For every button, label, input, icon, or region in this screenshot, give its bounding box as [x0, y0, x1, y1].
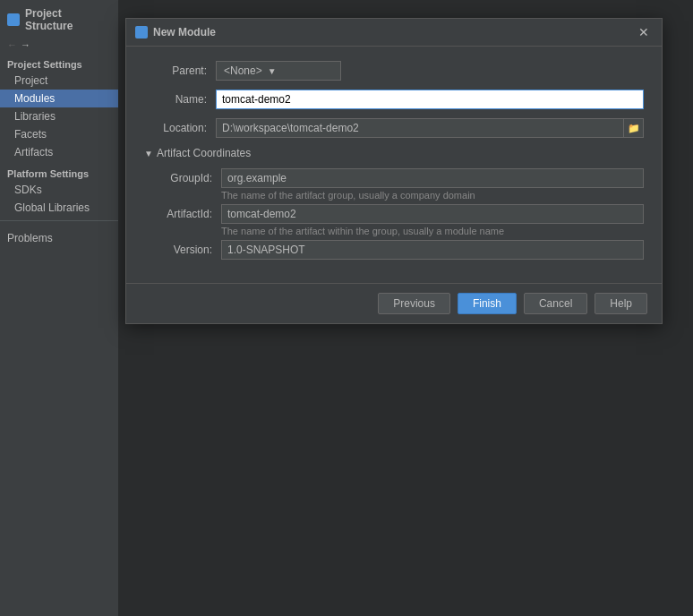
sidebar-item-artifacts[interactable]: Artifacts	[0, 143, 118, 161]
version-input[interactable]	[221, 240, 644, 260]
sidebar-title: Project Structure	[0, 0, 118, 38]
dialog-footer: Previous Finish Cancel Help	[126, 283, 662, 323]
version-label: Version:	[158, 240, 221, 256]
ide-background: Project Structure ← → Project Settings P…	[0, 0, 693, 616]
parent-label: Parent:	[144, 64, 216, 77]
cancel-button[interactable]: Cancel	[524, 293, 587, 314]
sidebar-divider	[0, 220, 118, 221]
finish-button[interactable]: Finish	[458, 293, 517, 314]
platform-settings-label: Platform Settings	[0, 161, 118, 181]
sidebar-nav: ← →	[0, 38, 118, 52]
project-settings-label: Project Settings	[0, 52, 118, 72]
sidebar-item-facets[interactable]: Facets	[0, 125, 118, 143]
location-control: 📁	[216, 118, 644, 138]
parent-value: <None>	[224, 64, 262, 77]
name-row: Name:	[144, 90, 644, 109]
folder-icon: 📁	[628, 123, 640, 134]
name-input[interactable]	[216, 90, 644, 109]
dialog-title: New Module	[153, 26, 216, 38]
artifact-section-label: Artifact Coordinates	[157, 147, 251, 159]
name-control	[216, 90, 644, 109]
dialog-titlebar: New Module ✕	[126, 19, 662, 47]
parent-control: <None> ▼	[216, 61, 644, 81]
dialog-content: Parent: <None> ▼ Name: Location:	[126, 47, 662, 283]
name-label: Name:	[144, 93, 216, 106]
forward-arrow[interactable]: →	[21, 39, 30, 50]
artifactid-hint: The name of the artifact within the grou…	[221, 226, 644, 236]
sidebar-item-libraries[interactable]: Libraries	[0, 107, 118, 125]
browse-folder-button[interactable]: 📁	[624, 118, 644, 138]
sidebar-title-text: Project Structure	[25, 7, 111, 32]
help-button[interactable]: Help	[595, 293, 647, 314]
artifactid-label: ArtifactId:	[158, 204, 221, 220]
parent-row: Parent: <None> ▼	[144, 61, 644, 81]
groupid-input[interactable]	[221, 168, 644, 188]
artifact-coordinates-section: ▼ Artifact Coordinates GroupId: The name…	[144, 147, 644, 260]
location-row: Location: 📁	[144, 118, 644, 138]
groupid-row: GroupId: The name of the artifact group,…	[158, 168, 644, 201]
project-structure-icon	[7, 13, 20, 26]
previous-button[interactable]: Previous	[378, 293, 450, 314]
sidebar-item-global-libraries[interactable]: Global Libraries	[0, 199, 118, 217]
sidebar: Project Structure ← → Project Settings P…	[0, 0, 118, 616]
sidebar-item-project[interactable]: Project	[0, 72, 118, 90]
back-arrow[interactable]: ←	[7, 39, 17, 50]
groupid-hint: The name of the artifact group, usually …	[221, 190, 644, 201]
sidebar-item-modules[interactable]: Modules	[0, 90, 118, 107]
location-label: Location:	[144, 122, 216, 134]
new-module-dialog: New Module ✕ Parent: <None> ▼ Name:	[125, 18, 663, 324]
artifactid-row: ArtifactId: The name of the artifact wit…	[158, 204, 644, 236]
sidebar-item-sdks[interactable]: SDKs	[0, 181, 118, 199]
location-input[interactable]	[216, 118, 624, 138]
artifactid-input[interactable]	[221, 204, 644, 224]
dialog-icon	[135, 26, 148, 38]
version-row: Version:	[158, 240, 644, 260]
collapse-icon: ▼	[144, 149, 153, 158]
artifact-coordinates-header[interactable]: ▼ Artifact Coordinates	[144, 147, 644, 159]
sidebar-item-problems[interactable]: Problems	[0, 225, 118, 247]
parent-dropdown[interactable]: <None> ▼	[216, 61, 341, 81]
chevron-down-icon: ▼	[268, 66, 277, 76]
groupid-label: GroupId:	[158, 168, 221, 184]
close-button[interactable]: ✕	[635, 24, 653, 40]
